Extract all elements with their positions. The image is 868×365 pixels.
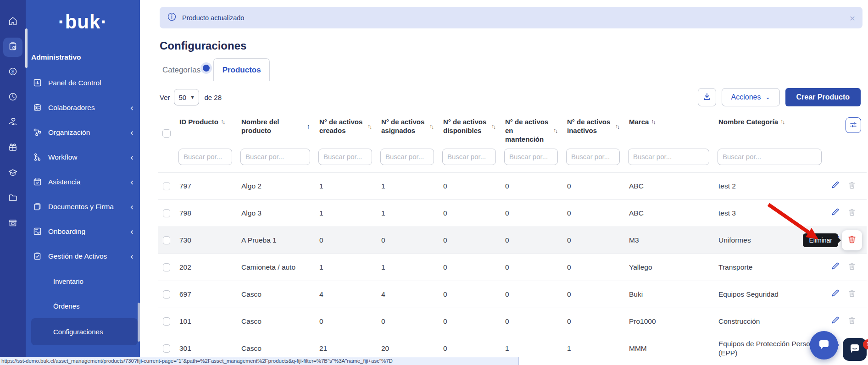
sidebar-subitem-inventario[interactable]: Inventario <box>31 269 140 293</box>
sidebar-item-orgchart[interactable]: Organización‹ <box>26 120 140 145</box>
menu-scrollbar[interactable] <box>138 303 140 342</box>
sort-icon[interactable]: ↑↓ <box>651 118 656 125</box>
home-icon <box>8 16 18 28</box>
delete-button-hovered[interactable] <box>842 230 862 250</box>
sidebar-item-label: Panel de Control <box>48 79 101 87</box>
cell-inactivos: 0 <box>562 263 624 271</box>
edit-icon[interactable] <box>831 262 840 272</box>
row-checkbox[interactable] <box>163 290 170 299</box>
rail-item-marketplace[interactable] <box>0 211 26 236</box>
sort-icon[interactable]: ↑↓ <box>780 118 785 125</box>
sidebar-item-onboarding[interactable]: Onboarding‹ <box>26 219 140 244</box>
sort-icon[interactable]: ↑↓ <box>491 123 496 130</box>
filter-input-nombre[interactable] <box>240 149 310 165</box>
sort-icon[interactable]: ↑↓ <box>367 123 372 130</box>
sort-icon[interactable]: ↑↓ <box>553 127 558 134</box>
row-checkbox[interactable] <box>163 236 170 244</box>
filter-input-creados[interactable] <box>318 149 372 165</box>
tabs-bar: Categorías Productos <box>161 59 868 82</box>
sidebar-item-badge[interactable]: Colaboradores‹ <box>26 95 140 120</box>
rail-scrollbar[interactable] <box>25 28 28 68</box>
delete-icon[interactable] <box>848 316 856 326</box>
column-header-disponibles[interactable]: N° de activos disponibles↑↓ <box>439 117 501 135</box>
delete-icon[interactable] <box>848 208 856 218</box>
cell-nombre: Camioneta / auto <box>237 263 315 271</box>
column-header-asignados[interactable]: N° de activos asignados↑↓ <box>377 117 439 135</box>
rail-item-remuneraciones[interactable]: $ <box>0 60 26 85</box>
row-checkbox[interactable] <box>163 209 170 217</box>
sidebar-item-clipboard[interactable]: Gestión de Activos‹ <box>26 244 140 269</box>
cell-id: 101 <box>175 317 237 326</box>
delete-icon[interactable] <box>848 181 856 191</box>
edit-icon[interactable] <box>831 181 840 191</box>
sidebar-item-calendar[interactable]: Asistencia‹ <box>26 170 140 194</box>
sort-icon[interactable]: ↑↓ <box>429 123 434 130</box>
rail-item-asset-management[interactable] <box>0 34 26 60</box>
cell-categoria: Equipos de Protección Personal (EPP) <box>714 339 826 357</box>
tab-productos-label: Productos <box>223 66 261 75</box>
rail-item-desarrollo[interactable] <box>0 160 26 186</box>
tab-productos[interactable]: Productos <box>213 58 270 81</box>
sort-icon[interactable]: ↑↓ <box>221 118 225 125</box>
column-header-marca[interactable]: Marca↑↓ <box>624 117 714 126</box>
edit-icon[interactable] <box>831 289 840 299</box>
row-checkbox[interactable] <box>163 182 170 190</box>
rail-item-beneficios[interactable] <box>0 110 26 135</box>
filter-input-inactivos[interactable] <box>566 149 620 165</box>
sidebar-item-workflow[interactable]: Workflow‹ <box>26 145 140 170</box>
chat-launcher-button[interactable] <box>810 331 838 359</box>
rail-item-home[interactable] <box>0 9 26 34</box>
sidebar-item-panel[interactable]: Panel de Control <box>26 71 140 95</box>
column-header-id[interactable]: ID Producto↑↓ <box>175 117 237 126</box>
help-widget-button[interactable] <box>843 338 867 361</box>
hand-heart-icon <box>8 117 18 129</box>
filter-input-asignados[interactable] <box>380 149 434 165</box>
filter-input-categoria[interactable] <box>718 149 822 165</box>
filter-input-id[interactable] <box>178 149 232 165</box>
cell-creados: 21 <box>315 344 377 353</box>
row-checkbox[interactable] <box>163 344 170 353</box>
column-header-nombre[interactable]: Nombre del producto↑ <box>237 117 315 135</box>
tab-categorias[interactable]: Categorías <box>161 66 202 81</box>
gift-icon <box>8 142 18 154</box>
rail-item-bienestar[interactable] <box>0 135 26 160</box>
cell-mantencion: 1 <box>501 344 562 353</box>
sidebar-item-docs[interactable]: Documentos y Firma‹ <box>26 194 140 219</box>
rail-item-archivos[interactable] <box>0 186 26 211</box>
row-checkbox[interactable] <box>163 317 170 326</box>
calendar-icon <box>33 177 42 187</box>
cell-id: 202 <box>175 263 237 271</box>
row-checkbox[interactable] <box>163 263 170 271</box>
delete-icon[interactable] <box>848 289 856 299</box>
chevron-down-icon: ⌄ <box>765 94 770 100</box>
select-all-checkbox[interactable] <box>162 129 171 138</box>
close-icon[interactable]: × <box>850 13 855 22</box>
edit-icon[interactable] <box>831 208 840 218</box>
delete-icon[interactable] <box>848 262 856 272</box>
cell-categoria: Equipos Seguridad <box>714 290 826 299</box>
filter-input-mantencion[interactable] <box>504 149 558 165</box>
filter-input-marca[interactable] <box>628 149 709 165</box>
dollar-icon: $ <box>8 66 18 78</box>
column-header-inactivos[interactable]: N° de activos inactivos↑↓ <box>562 117 624 135</box>
crear-producto-button[interactable]: Crear Producto <box>785 88 861 106</box>
column-label: N° de activos en mantención <box>505 117 551 144</box>
cell-nombre: Algo 3 <box>237 209 315 217</box>
column-header-categoria[interactable]: Nombre Categoría↑↓ <box>714 117 826 126</box>
cell-mantencion: 0 <box>501 182 562 190</box>
sort-icon[interactable]: ↑ <box>307 122 311 131</box>
download-button[interactable] <box>698 88 716 106</box>
edit-icon[interactable] <box>831 316 840 326</box>
sidebar-subitem-configuraciones[interactable]: Configuraciones <box>31 318 138 345</box>
rail-item-tiempo[interactable] <box>0 85 26 110</box>
sidebar-subitem-ordenes[interactable]: Órdenes <box>31 293 140 318</box>
column-header-mantencion[interactable]: N° de activos en mantención↑↓ <box>501 117 562 144</box>
acciones-button[interactable]: Acciones ⌄ <box>722 88 780 106</box>
cell-nombre: Casco <box>237 344 315 353</box>
sort-icon[interactable]: ↑↓ <box>615 123 620 130</box>
sidebar-item-label: Asistencia <box>48 178 81 186</box>
column-header-creados[interactable]: N° de activos creados↑↓ <box>315 117 377 135</box>
column-settings-button[interactable] <box>846 117 861 133</box>
page-size-select[interactable]: 50 ▾ <box>174 89 199 105</box>
filter-input-disponibles[interactable] <box>442 149 496 165</box>
